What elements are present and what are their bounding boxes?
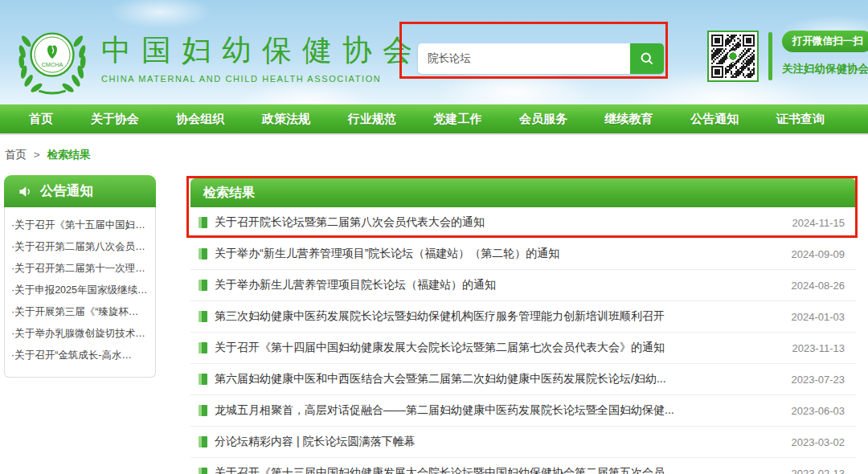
nav-item[interactable]: 证书查询 xyxy=(772,112,829,127)
document-icon xyxy=(199,248,207,259)
nav-item[interactable]: 行业规范 xyxy=(343,112,401,127)
nav-item[interactable]: 协会组织 xyxy=(171,112,229,127)
document-icon xyxy=(199,436,207,447)
result-row[interactable]: 龙城五月相聚首，高层对话促融合——第二届妇幼健康中医药发展院长论坛暨全国妇幼保健… xyxy=(190,395,856,427)
result-row[interactable]: 关于召开院长论坛暨第二届第八次会员代表大会的通知 2024-11-15 xyxy=(190,207,856,239)
wechat-follow-label: 关注妇幼保健协会 xyxy=(782,62,868,76)
result-date: 2024-01-03 xyxy=(792,311,845,323)
document-icon xyxy=(199,374,207,385)
result-title[interactable]: 关于召开《第十三届中国妇幼健康发展大会院长论坛暨中国妇幼保健协会第二届第五次会员… xyxy=(215,466,674,474)
results-header: 检索结果 xyxy=(190,178,856,207)
sidebar-announcement-item[interactable]: ·关于召开《第十五届中国妇… xyxy=(11,215,149,236)
qr-code xyxy=(707,31,759,82)
result-title[interactable]: 龙城五月相聚首，高层对话促融合——第二届妇幼健康中医药发展院长论坛暨全国妇幼保健… xyxy=(215,403,674,418)
result-date: 2023-07-23 xyxy=(792,374,845,386)
result-row[interactable]: 关于召开《第十三届中国妇幼健康发展大会院长论坛暨中国妇幼保健协会第二届第五次会员… xyxy=(190,458,856,474)
result-title[interactable]: 第三次妇幼健康中医药发展院长论坛暨妇幼保健机构医疗服务管理能力创新培训班顺利召开 xyxy=(215,309,665,324)
result-date: 2023-02-13 xyxy=(792,468,845,474)
magnifier-icon xyxy=(639,51,655,67)
site-subtitle: CHINA MATERNAL AND CHILD HEALTH ASSOCIAT… xyxy=(101,74,423,84)
search-results-panel: 检索结果 关于召开院长论坛暨第二届第八次会员代表大会的通知 2024-11-15… xyxy=(190,178,856,474)
sidebar-announcement-item[interactable]: ·关于召开“金筑成长-高水… xyxy=(11,345,149,366)
document-icon xyxy=(199,468,207,474)
sidebar-title: 公告通知 xyxy=(40,182,93,200)
speaker-icon xyxy=(18,184,33,199)
breadcrumb-separator: > xyxy=(34,149,40,161)
result-title[interactable]: 第六届妇幼健康中医和中西医结合大会暨第二届第二次妇幼健康中医药发展院长论坛/妇幼… xyxy=(215,372,666,386)
nav-item[interactable]: 首页 xyxy=(24,112,58,127)
sidebar-list: ·关于召开《第十五届中国妇…·关于召开第二届第八次会员…·关于召开第二届第十一次… xyxy=(4,207,156,378)
breadcrumb: 首页 > 检索结果 xyxy=(5,148,90,162)
search-input[interactable] xyxy=(418,43,630,74)
nav-item[interactable]: 公告通知 xyxy=(686,112,743,127)
site-header: CMCHA 中国妇幼保健协会 CHINA MATERNAL AND CHILD … xyxy=(0,0,868,104)
result-row[interactable]: 关于召开《第十四届中国妇幼健康发展大会院长论坛暨第二届第七次会员代表大会》的通知… xyxy=(190,333,856,364)
sidebar-announcement-item[interactable]: ·关于申报2025年国家级继续… xyxy=(11,280,149,301)
sidebar-announcement-item[interactable]: ·关于开展第三届《“臻旋杯… xyxy=(11,301,149,323)
result-date: 2023-03-02 xyxy=(792,436,845,448)
document-icon xyxy=(199,280,207,291)
result-title[interactable]: 关于召开《第十四届中国妇幼健康发展大会院长论坛暨第二届第七次会员代表大会》的通知 xyxy=(215,341,665,355)
nav-item[interactable]: 继续教育 xyxy=(600,112,658,127)
nav-item[interactable]: 党建工作 xyxy=(428,112,486,127)
result-row[interactable]: 关于举办“新生儿营养管理项目”院长论坛（福建站）（第二轮）的通知 2024-09… xyxy=(190,239,856,270)
sidebar-announcement-item[interactable]: ·关于召开第二届第八次会员… xyxy=(11,236,149,258)
wechat-scan-button[interactable]: 打开微信扫一扫 xyxy=(782,31,868,52)
result-title[interactable]: 关于召开院长论坛暨第二届第八次会员代表大会的通知 xyxy=(215,215,485,230)
result-date: 2024-09-09 xyxy=(792,248,845,260)
sidebar-header: 公告通知 xyxy=(4,175,156,207)
site-logo[interactable]: CMCHA 中国妇幼保健协会 CHINA MATERNAL AND CHILD … xyxy=(11,18,423,96)
result-date: 2024-11-15 xyxy=(792,217,845,229)
document-icon xyxy=(199,405,207,416)
result-date: 2023-11-13 xyxy=(792,342,845,354)
result-row[interactable]: 分论坛精彩内容 | 院长论坛圆满落下帷幕 2023-03-02 xyxy=(190,427,856,458)
document-icon xyxy=(199,342,207,353)
result-date: 2023-06-03 xyxy=(792,405,845,417)
association-emblem-icon: CMCHA xyxy=(11,18,93,96)
sidebar-announcement-item[interactable]: ·关于召开第二届第十一次理… xyxy=(11,258,149,280)
document-icon xyxy=(199,311,207,322)
result-row[interactable]: 第三次妇幼健康中医药发展院长论坛暨妇幼保健机构医疗服务管理能力创新培训班顺利召开… xyxy=(190,301,856,333)
search-bar xyxy=(418,43,664,74)
result-title[interactable]: 分论坛精彩内容 | 院长论坛圆满落下帷幕 xyxy=(215,435,415,449)
result-row[interactable]: 关于举办新生儿营养管理项目院长论坛（福建站）的通知 2024-08-26 xyxy=(190,270,856,301)
results-list: 关于召开院长论坛暨第二届第八次会员代表大会的通知 2024-11-15 关于举办… xyxy=(190,207,856,474)
sidebar-announcement-item[interactable]: ·关于举办乳腺微创旋切技术… xyxy=(11,323,149,345)
result-row[interactable]: 第六届妇幼健康中医和中西医结合大会暨第二届第二次妇幼健康中医药发展院长论坛/妇幼… xyxy=(190,364,856,395)
main-nav: 首页关于协会协会组织政策法规行业规范党建工作会员服务继续教育公告通知证书查询 xyxy=(0,104,868,135)
announcements-sidebar: 公告通知 ·关于召开《第十五届中国妇…·关于召开第二届第八次会员…·关于召开第二… xyxy=(4,175,156,378)
nav-item[interactable]: 关于协会 xyxy=(86,112,144,127)
search-button[interactable] xyxy=(630,43,664,74)
page: CMCHA 中国妇幼保健协会 CHINA MATERNAL AND CHILD … xyxy=(0,0,868,474)
result-title[interactable]: 关于举办“新生儿营养管理项目”院长论坛（福建站）（第二轮）的通知 xyxy=(215,247,559,261)
wechat-panel: 打开微信扫一扫 关注妇幼保健协会 xyxy=(707,31,868,82)
breadcrumb-current: 检索结果 xyxy=(47,149,90,161)
result-date: 2024-08-26 xyxy=(792,280,845,292)
nav-item[interactable]: 会员服务 xyxy=(514,112,572,127)
document-icon xyxy=(199,217,207,228)
vertical-divider xyxy=(768,32,772,80)
nav-item[interactable]: 政策法规 xyxy=(257,112,315,127)
result-title[interactable]: 关于举办新生儿营养管理项目院长论坛（福建站）的通知 xyxy=(215,278,496,292)
breadcrumb-home[interactable]: 首页 xyxy=(5,149,27,161)
site-title: 中国妇幼保健协会 xyxy=(101,31,423,71)
emblem-acronym: CMCHA xyxy=(42,61,63,68)
